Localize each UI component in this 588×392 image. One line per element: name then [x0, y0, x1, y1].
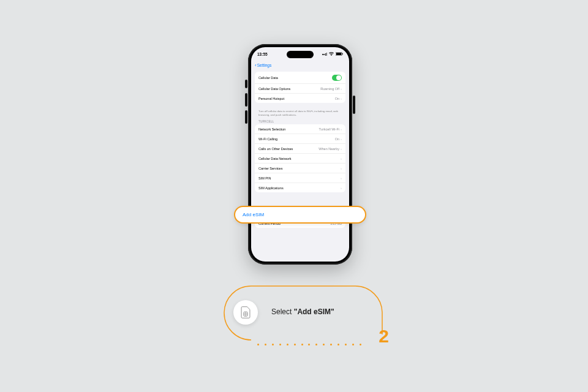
phone-power-button [353, 96, 355, 114]
phone-mute-switch [245, 80, 247, 88]
phone-screen: 13:55 ••ıl ‹ Settings Cellular Data Cell… [251, 47, 349, 262]
phone-frame: 13:55 ••ıl ‹ Settings Cellular Data Cell… [248, 44, 352, 265]
row-label: Personal Hotspot [258, 97, 284, 100]
chevron-right-icon: › [341, 97, 342, 100]
row-label: SIM Applications [258, 186, 284, 190]
section-carrier: TURKCELL [255, 120, 345, 124]
instruction-prefix: Select [271, 307, 294, 316]
chevron-right-icon: › [341, 147, 342, 151]
row-cellular-data-options[interactable]: Cellular Data Options Roaming Off› [255, 84, 345, 94]
nav-back[interactable]: ‹ Settings [251, 61, 349, 69]
add-esim-highlight[interactable]: Add eSIM [234, 206, 366, 224]
row-label: Cellular Data Options [258, 87, 290, 91]
status-time: 13:55 [257, 52, 268, 56]
signal-icon: ••ıl [322, 52, 327, 56]
chevron-right-icon: › [341, 176, 342, 180]
row-label: Carrier Services [258, 167, 282, 170]
row-cellular-data-network[interactable]: Cellular Data Network › [255, 154, 345, 164]
group-cellular: Cellular Data Cellular Data Options Roam… [255, 72, 345, 103]
footnote-cellular: Turn off cellular data to restrict all d… [255, 108, 345, 120]
chevron-right-icon: › [341, 157, 342, 160]
row-carrier-services[interactable]: Carrier Services › [255, 164, 345, 173]
row-cellular-data[interactable]: Cellular Data [255, 72, 345, 84]
instruction-bold: "Add eSIM" [294, 307, 334, 316]
row-personal-hotspot[interactable]: Personal Hotspot On› [255, 94, 345, 103]
row-value: When Nearby [318, 147, 339, 151]
battery-icon [336, 52, 343, 56]
svg-rect-2 [342, 53, 343, 55]
sim-card-icon [233, 300, 258, 325]
row-calls-other-devices[interactable]: Calls on Other Devices When Nearby› [255, 144, 345, 154]
row-sim-pin[interactable]: SIM PIN › [255, 173, 345, 183]
row-value: On [335, 137, 339, 141]
row-label: Cellular Data [258, 76, 278, 80]
phone-volume-up [245, 93, 247, 107]
chevron-right-icon: › [341, 127, 342, 131]
chevron-right-icon: › [341, 186, 342, 190]
row-sim-applications[interactable]: SIM Applications › [255, 183, 345, 192]
row-value: Turkcell Wi-Fi [319, 127, 339, 131]
settings-content: Cellular Data Cellular Data Options Roam… [251, 69, 349, 228]
group-carrier: Network Selection Turkcell Wi-Fi› Wi-Fi … [255, 124, 345, 192]
instruction-dots [257, 344, 361, 345]
row-label: Network Selection [258, 127, 285, 131]
step-number: 2 [379, 326, 389, 347]
row-label: SIM PIN [258, 176, 271, 180]
nav-back-label: Settings [257, 63, 272, 67]
toggle-on-icon[interactable] [332, 75, 342, 81]
add-esim-label: Add eSIM [243, 212, 264, 217]
row-label: Wi-Fi Calling [258, 137, 277, 141]
instruction-card: Select "Add eSIM" 2 [224, 285, 383, 341]
row-value: Roaming Off [320, 87, 339, 91]
instruction-text: Select "Add eSIM" [271, 307, 334, 316]
chevron-right-icon: › [341, 137, 342, 141]
chevron-right-icon: › [341, 87, 342, 91]
row-wifi-calling[interactable]: Wi-Fi Calling On› [255, 134, 345, 144]
phone-volume-down [245, 110, 247, 124]
wifi-icon [329, 52, 334, 56]
svg-rect-1 [336, 53, 341, 55]
row-network-selection[interactable]: Network Selection Turkcell Wi-Fi› [255, 124, 345, 134]
chevron-right-icon: › [341, 167, 342, 170]
row-value: On [335, 97, 339, 100]
chevron-left-icon: ‹ [255, 62, 257, 68]
row-label: Cellular Data Network [258, 157, 292, 160]
dynamic-island [287, 51, 314, 58]
row-label: Calls on Other Devices [258, 147, 293, 151]
